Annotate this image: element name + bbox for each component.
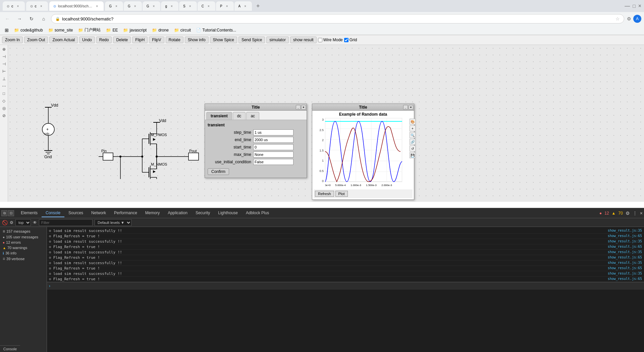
bookmark-drone[interactable]: 📁 drone bbox=[150, 27, 171, 33]
tool-7[interactable]: ◇ bbox=[1, 98, 7, 104]
tc-g3[interactable]: × bbox=[151, 3, 156, 9]
profile-icon[interactable]: A bbox=[633, 15, 641, 23]
devtools-tab-elements[interactable]: Elements bbox=[17, 209, 42, 217]
tc-g4[interactable]: × bbox=[169, 3, 174, 9]
bookmark-tutorial[interactable]: 📄 Tutorial:Contents... bbox=[194, 27, 238, 33]
tab-c3[interactable]: C× bbox=[198, 1, 215, 11]
confirm-button[interactable]: Confirm bbox=[208, 168, 229, 175]
console-filter-input[interactable] bbox=[39, 219, 93, 226]
log-source-7[interactable]: show_result.js:35 bbox=[608, 261, 642, 265]
plot-resize-handle[interactable] bbox=[411, 196, 414, 199]
dialog-close-button[interactable]: × bbox=[301, 105, 306, 110]
rotate-button[interactable]: Rotate bbox=[166, 37, 183, 43]
tool-8[interactable]: ◎ bbox=[1, 105, 7, 111]
devtools-settings-icon[interactable]: ⚙ bbox=[626, 211, 630, 216]
url-input[interactable]: localhost:9000/schematic? bbox=[62, 16, 613, 21]
devtools-icon-1[interactable]: ⧉ bbox=[1, 210, 7, 216]
tab-close2[interactable]: × bbox=[39, 3, 44, 9]
eye-icon[interactable]: 👁 bbox=[33, 220, 37, 225]
send-spice-button[interactable]: Send Spice bbox=[238, 37, 265, 43]
show-info-button[interactable]: Show info bbox=[185, 37, 209, 43]
log-source-9[interactable]: show_result.js:35 bbox=[608, 272, 642, 275]
tab-g3[interactable]: G× bbox=[143, 1, 161, 11]
sidebar-item-all-messages[interactable]: ≡ 157 messages bbox=[1, 228, 45, 234]
dialog-resize-handle[interactable] bbox=[303, 174, 307, 178]
field-max-time-input[interactable] bbox=[253, 152, 293, 158]
devtools-tab-performance[interactable]: Performance bbox=[110, 209, 141, 217]
log-source-10[interactable]: show_result.js:65 bbox=[608, 277, 642, 281]
tab-c2[interactable]: ⊙ c × bbox=[26, 1, 48, 11]
reload-button[interactable]: ↻ bbox=[27, 14, 36, 23]
tab-g2[interactable]: G× bbox=[124, 1, 142, 11]
devtools-tab-sources[interactable]: Sources bbox=[64, 209, 87, 217]
devtools-tab-security[interactable]: Security bbox=[192, 209, 214, 217]
home-button[interactable]: ⌂ bbox=[39, 14, 48, 23]
tool-4[interactable]: ⊥ bbox=[1, 76, 7, 82]
transient-dialog-titlebar[interactable]: Title _ × bbox=[205, 104, 307, 111]
tool-5[interactable]: ⋯ bbox=[1, 83, 7, 89]
sidebar-item-warnings[interactable]: ▲ 70 warnings bbox=[1, 245, 45, 250]
field-step-time-input[interactable] bbox=[253, 129, 293, 135]
zoom-actual-button[interactable]: Zoom Actual bbox=[49, 37, 78, 43]
log-source-3[interactable]: show_result.js:35 bbox=[608, 239, 642, 243]
tool-9[interactable]: ⊘ bbox=[1, 113, 7, 119]
plot-search-icon[interactable]: 🔍 bbox=[410, 132, 416, 138]
star-icon[interactable]: ☆ bbox=[615, 16, 620, 21]
dialog-minimize-button[interactable]: _ bbox=[296, 105, 301, 110]
log-source-8[interactable]: show_result.js:65 bbox=[608, 266, 642, 270]
tab-g1[interactable]: G× bbox=[105, 1, 123, 11]
redo-button[interactable]: Redo bbox=[96, 37, 112, 43]
log-source-1[interactable]: show_result.js:35 bbox=[608, 229, 642, 232]
delete-button[interactable]: Delete bbox=[113, 37, 131, 43]
log-source-4[interactable]: show_result.js:65 bbox=[608, 245, 642, 248]
tab-ac[interactable]: ac bbox=[246, 112, 259, 120]
tool-3[interactable]: ⊢ bbox=[1, 68, 7, 74]
plot-refresh-icon[interactable]: ↺ bbox=[410, 145, 416, 152]
refresh-button[interactable]: Refresh bbox=[315, 191, 334, 197]
tc-c3[interactable]: × bbox=[206, 3, 211, 9]
back-button[interactable]: ← bbox=[3, 14, 12, 23]
tab-p[interactable]: P× bbox=[216, 1, 234, 11]
devtools-tab-application[interactable]: Application bbox=[164, 209, 192, 217]
devtools-tab-memory[interactable]: Memory bbox=[141, 209, 164, 217]
sidebar-item-user-messages[interactable]: ● 105 user messages bbox=[1, 234, 45, 240]
tab-g4[interactable]: g× bbox=[161, 1, 178, 11]
close-button[interactable]: × bbox=[638, 3, 641, 9]
tc-g2[interactable]: × bbox=[132, 3, 138, 9]
settings-icon[interactable]: ⚙ bbox=[10, 220, 13, 225]
sidebar-item-verbose[interactable]: ≡ 39 verbose bbox=[1, 256, 45, 262]
devtools-close-icon[interactable]: × bbox=[640, 211, 643, 216]
tc-g1[interactable]: × bbox=[114, 3, 119, 9]
fliph-button[interactable]: FlipH bbox=[132, 37, 148, 43]
zoom-out-button[interactable]: Zoom Out bbox=[24, 37, 48, 43]
wire-mode-checkbox[interactable] bbox=[318, 38, 322, 42]
devtools-tab-lighthouse[interactable]: Lighthouse bbox=[214, 209, 242, 217]
show-spice-button[interactable]: Show Spice bbox=[210, 37, 237, 43]
log-level-selector[interactable]: Default levels ▼ bbox=[95, 219, 131, 226]
console-input[interactable] bbox=[52, 284, 642, 288]
zoom-in-button[interactable]: Zoom In bbox=[2, 37, 23, 43]
field-start-time-input[interactable] bbox=[253, 144, 293, 150]
grid-label[interactable]: Grid bbox=[344, 38, 357, 42]
bookmark-code-github[interactable]: 📁 code&github bbox=[12, 27, 45, 33]
extensions-icon[interactable]: ⚙ bbox=[627, 16, 631, 21]
bookmark-some-site[interactable]: 📁 some_site bbox=[46, 27, 75, 33]
devtools-tab-console[interactable]: Console bbox=[42, 209, 64, 217]
tab-dc[interactable]: dc bbox=[233, 112, 246, 120]
new-tab-button[interactable]: + bbox=[253, 1, 263, 11]
tab-c1[interactable]: ⊙ c × bbox=[3, 1, 25, 11]
bookmark-ee[interactable]: 📁 EE bbox=[104, 27, 120, 33]
plot-minimize-button[interactable]: _ bbox=[403, 105, 408, 110]
tool-2[interactable]: ⊣ bbox=[1, 61, 7, 67]
plot-zoom-in-icon[interactable]: + bbox=[410, 125, 416, 131]
plot-close-button[interactable]: × bbox=[409, 105, 413, 110]
tool-1[interactable]: ⊣ bbox=[1, 54, 7, 60]
show-result-button[interactable]: show result bbox=[290, 37, 317, 43]
sidebar-item-info[interactable]: ℹ 36 info bbox=[1, 250, 45, 256]
plot-color-wheel-icon[interactable]: 🎨 bbox=[410, 119, 416, 125]
plot-button[interactable]: Plot bbox=[335, 191, 348, 197]
log-source-5[interactable]: show_result.js:35 bbox=[608, 250, 642, 254]
tab-close[interactable]: × bbox=[15, 3, 21, 9]
wire-mode-label[interactable]: Wire Mode bbox=[318, 38, 343, 42]
bookmark-apps[interactable]: ⊞ bbox=[3, 27, 11, 34]
